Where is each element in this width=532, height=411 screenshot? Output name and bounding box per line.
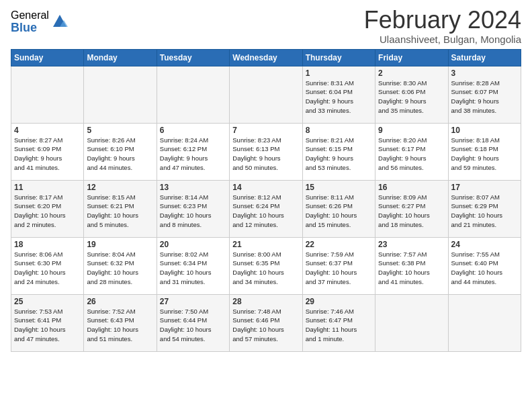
calendar-week-4: 18Sunrise: 8:06 AM Sunset: 6:30 PM Dayli… [11,237,521,294]
header-sunday: Sunday [11,49,84,66]
day-number: 10 [451,126,518,135]
calendar-cell: 1Sunrise: 8:31 AM Sunset: 6:04 PM Daylig… [302,66,375,123]
day-info: Sunrise: 8:21 AM Sunset: 6:15 PM Dayligh… [306,136,372,173]
day-info: Sunrise: 7:57 AM Sunset: 6:38 PM Dayligh… [378,250,445,287]
calendar-week-3: 11Sunrise: 8:17 AM Sunset: 6:20 PM Dayli… [11,180,521,237]
calendar-week-2: 4Sunrise: 8:27 AM Sunset: 6:09 PM Daylig… [11,123,521,180]
title-block: February 2024 Ulaanshiveet, Bulgan, Mong… [364,7,521,45]
header: General Blue February 2024 Ulaanshiveet,… [11,7,521,45]
calendar-cell: 19Sunrise: 8:04 AM Sunset: 6:32 PM Dayli… [84,237,157,294]
day-info: Sunrise: 8:15 AM Sunset: 6:21 PM Dayligh… [87,193,153,230]
day-info: Sunrise: 8:07 AM Sunset: 6:29 PM Dayligh… [451,193,518,230]
calendar-cell: 3Sunrise: 8:28 AM Sunset: 6:07 PM Daylig… [448,66,521,123]
day-info: Sunrise: 8:14 AM Sunset: 6:23 PM Dayligh… [160,193,226,230]
calendar-cell: 15Sunrise: 8:11 AM Sunset: 6:26 PM Dayli… [302,180,375,237]
day-info: Sunrise: 7:53 AM Sunset: 6:41 PM Dayligh… [14,307,81,344]
day-number: 17 [451,183,518,192]
day-number: 11 [14,183,81,192]
day-number: 1 [306,68,372,78]
calendar-table: Sunday Monday Tuesday Wednesday Thursday… [11,49,521,352]
calendar-cell [448,294,521,351]
day-info: Sunrise: 7:59 AM Sunset: 6:37 PM Dayligh… [306,250,372,287]
page: General Blue February 2024 Ulaanshiveet,… [0,0,532,411]
day-info: Sunrise: 7:52 AM Sunset: 6:43 PM Dayligh… [87,307,153,344]
logo-icon [50,12,69,31]
calendar-cell: 25Sunrise: 7:53 AM Sunset: 6:41 PM Dayli… [11,294,84,351]
logo: General Blue [11,9,69,34]
day-info: Sunrise: 8:11 AM Sunset: 6:26 PM Dayligh… [306,193,372,230]
day-number: 29 [306,297,372,306]
day-number: 23 [378,240,445,249]
calendar-week-1: 1Sunrise: 8:31 AM Sunset: 6:04 PM Daylig… [11,66,521,123]
weekday-row: Sunday Monday Tuesday Wednesday Thursday… [11,49,521,66]
calendar-cell: 13Sunrise: 8:14 AM Sunset: 6:23 PM Dayli… [157,180,229,237]
day-number: 12 [87,183,153,192]
calendar-cell [11,66,84,123]
calendar-cell [375,294,448,351]
day-number: 18 [14,240,81,249]
day-info: Sunrise: 8:00 AM Sunset: 6:35 PM Dayligh… [232,250,299,287]
header-saturday: Saturday [448,49,521,66]
day-number: 5 [87,126,153,135]
day-number: 9 [378,126,445,135]
header-tuesday: Tuesday [157,49,229,66]
calendar-cell: 27Sunrise: 7:50 AM Sunset: 6:44 PM Dayli… [157,294,229,351]
calendar-cell: 8Sunrise: 8:21 AM Sunset: 6:15 PM Daylig… [302,123,375,180]
logo-text: General Blue [11,9,49,34]
day-number: 7 [232,126,299,135]
day-info: Sunrise: 8:04 AM Sunset: 6:32 PM Dayligh… [87,250,153,287]
calendar-header: Sunday Monday Tuesday Wednesday Thursday… [11,49,521,66]
calendar-cell: 4Sunrise: 8:27 AM Sunset: 6:09 PM Daylig… [11,123,84,180]
day-info: Sunrise: 8:30 AM Sunset: 6:06 PM Dayligh… [378,79,445,116]
calendar-cell: 22Sunrise: 7:59 AM Sunset: 6:37 PM Dayli… [302,237,375,294]
calendar-cell: 16Sunrise: 8:09 AM Sunset: 6:27 PM Dayli… [375,180,448,237]
calendar-cell: 5Sunrise: 8:26 AM Sunset: 6:10 PM Daylig… [84,123,157,180]
calendar-cell: 24Sunrise: 7:55 AM Sunset: 6:40 PM Dayli… [448,237,521,294]
day-info: Sunrise: 8:02 AM Sunset: 6:34 PM Dayligh… [160,250,226,287]
calendar-cell: 7Sunrise: 8:23 AM Sunset: 6:13 PM Daylig… [230,123,302,180]
day-info: Sunrise: 8:06 AM Sunset: 6:30 PM Dayligh… [14,250,81,287]
header-thursday: Thursday [302,49,375,66]
day-info: Sunrise: 8:28 AM Sunset: 6:07 PM Dayligh… [451,79,518,116]
calendar-cell: 9Sunrise: 8:20 AM Sunset: 6:17 PM Daylig… [375,123,448,180]
day-number: 14 [232,183,299,192]
day-number: 3 [451,68,518,78]
calendar-cell: 6Sunrise: 8:24 AM Sunset: 6:12 PM Daylig… [157,123,229,180]
day-number: 2 [378,68,445,78]
calendar-cell [84,66,157,123]
day-info: Sunrise: 8:27 AM Sunset: 6:09 PM Dayligh… [14,136,81,173]
calendar-cell: 20Sunrise: 8:02 AM Sunset: 6:34 PM Dayli… [157,237,229,294]
day-number: 6 [160,126,226,135]
day-info: Sunrise: 8:09 AM Sunset: 6:27 PM Dayligh… [378,193,445,230]
day-info: Sunrise: 8:20 AM Sunset: 6:17 PM Dayligh… [378,136,445,173]
calendar-cell: 23Sunrise: 7:57 AM Sunset: 6:38 PM Dayli… [375,237,448,294]
subtitle: Ulaanshiveet, Bulgan, Mongolia [364,34,521,45]
header-friday: Friday [375,49,448,66]
day-info: Sunrise: 7:55 AM Sunset: 6:40 PM Dayligh… [451,250,518,287]
day-number: 25 [14,297,81,306]
calendar-cell: 11Sunrise: 8:17 AM Sunset: 6:20 PM Dayli… [11,180,84,237]
day-info: Sunrise: 7:48 AM Sunset: 6:46 PM Dayligh… [232,307,299,344]
day-info: Sunrise: 8:12 AM Sunset: 6:24 PM Dayligh… [232,193,299,230]
calendar-cell [157,66,229,123]
day-info: Sunrise: 8:23 AM Sunset: 6:13 PM Dayligh… [232,136,299,173]
calendar-cell [230,66,302,123]
calendar-cell: 21Sunrise: 8:00 AM Sunset: 6:35 PM Dayli… [230,237,302,294]
calendar-cell: 12Sunrise: 8:15 AM Sunset: 6:21 PM Dayli… [84,180,157,237]
day-number: 24 [451,240,518,249]
calendar-body: 1Sunrise: 8:31 AM Sunset: 6:04 PM Daylig… [11,66,521,351]
month-title: February 2024 [364,7,521,34]
day-number: 21 [232,240,299,249]
day-number: 20 [160,240,226,249]
calendar-cell: 26Sunrise: 7:52 AM Sunset: 6:43 PM Dayli… [84,294,157,351]
calendar-cell: 18Sunrise: 8:06 AM Sunset: 6:30 PM Dayli… [11,237,84,294]
day-number: 15 [306,183,372,192]
day-info: Sunrise: 8:24 AM Sunset: 6:12 PM Dayligh… [160,136,226,173]
day-info: Sunrise: 8:18 AM Sunset: 6:18 PM Dayligh… [451,136,518,173]
day-number: 13 [160,183,226,192]
day-number: 28 [232,297,299,306]
day-info: Sunrise: 7:50 AM Sunset: 6:44 PM Dayligh… [160,307,226,344]
header-wednesday: Wednesday [230,49,302,66]
day-info: Sunrise: 8:17 AM Sunset: 6:20 PM Dayligh… [14,193,81,230]
day-info: Sunrise: 8:26 AM Sunset: 6:10 PM Dayligh… [87,136,153,173]
